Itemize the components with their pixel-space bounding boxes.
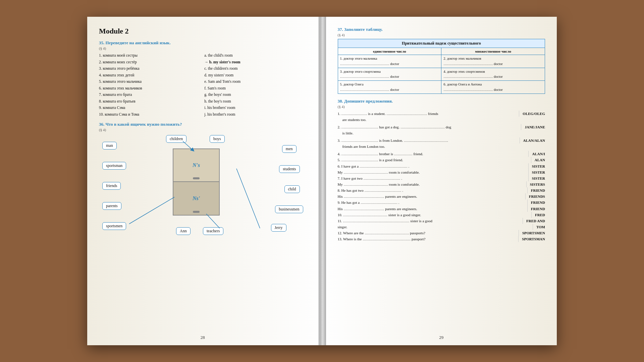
sentence-row-5: 5. ………………………… is a good friend. ALAN <box>338 157 545 163</box>
sentence-2-text: 2. ………………………… has got a dog. ……………………………… <box>338 124 451 130</box>
ex35-item-6: 6. комната этих мальчиков <box>99 85 201 92</box>
ex38-sentences: 1. ………………… is a student. …………………………… fri… <box>338 111 545 242</box>
ex35-content: 1. комната моей сестры 2. комната моих с… <box>99 52 307 118</box>
ex38-subheader: (§ 4) <box>338 105 545 109</box>
sentence-8a-text: 8. He has got two ………………………… . <box>338 187 404 193</box>
ex35-answer-b: → b. my sister's room <box>204 59 306 66</box>
ex36-header: 36. Что в какой ящичек нужно положить? <box>99 122 307 127</box>
sentence-row-4: 4. ………………………… brother is …………… friend. A… <box>338 151 545 157</box>
sentence-7b-hint: SISTERS <box>526 181 545 187</box>
sentence-6a-text: 6. I have got a ………………………………… . <box>338 163 410 169</box>
drawer-label-ns: N's <box>193 162 200 168</box>
ex35-item-8: 8. комната его братьев <box>99 98 201 105</box>
word-men: men <box>282 145 297 153</box>
word-jerry: Jerry <box>271 224 286 232</box>
col1-header: единственное число <box>338 48 442 55</box>
ex35-answer-c: c. the children's room <box>204 65 306 72</box>
ex35-col-left: 1. комната моей сестры 2. комната моих с… <box>99 52 201 118</box>
cell-2-left: 3. доктор этого спортсмена …………………………………… <box>338 68 442 81</box>
ex37-header: 37. Заполните таблицу. <box>338 27 545 32</box>
word-sportsman: sportsman <box>102 162 126 170</box>
sentence-8a-hint: FRIEND <box>527 187 545 193</box>
cell-2-right: 4. доктор этих спортсменов …………………………………… <box>441 68 545 81</box>
sentence-13-text: 13. Where is the ………………………………… passport? <box>338 236 426 242</box>
right-page-number: 29 <box>439 335 443 340</box>
sentence-row-8a: 8. He has got two ………………………… . FRIEND <box>338 187 545 193</box>
ex37-table: Притяжательный падеж существительного ед… <box>338 39 545 94</box>
sentence-row-7a: 7. I have got two ………………………… . SISTER <box>338 175 545 181</box>
sentence-9a-text: 9. He has got a ………………………… . <box>338 199 399 205</box>
ex35-answer-a: a. the child's room <box>204 52 306 59</box>
sentence-11-text: 11. ……………………………………………… sister is a good <box>338 218 433 224</box>
sentence-9b-text: His …………………………… parents are engineers. <box>338 206 417 212</box>
ex35-item-4: 4. комната этих детей <box>99 72 201 79</box>
ex35-answer-e: e. Sam and Tom's room <box>204 78 306 85</box>
table-title: Притяжательный падеж существительного <box>338 39 545 48</box>
sentence-row-9b: His …………………………… parents are engineers. F… <box>338 206 545 212</box>
ex35-header: 35. Переведите на английский язык. <box>99 40 307 46</box>
drawer-handle-top <box>193 177 200 179</box>
ex35-answer-d: d. my sisters' room <box>204 72 306 79</box>
sentence-11b-text: singer. <box>338 224 347 230</box>
sentence-6b-hint: SISTER <box>528 169 545 175</box>
col2-header: множественное число <box>441 48 545 55</box>
ex35-answer-j: j. his brother's room <box>204 111 306 118</box>
sentence-1-text: 1. ………………… is a student. …………………………… fri… <box>338 111 438 117</box>
table-row-1: 1. доктор этого мальчика …………………………………… … <box>338 55 545 68</box>
sentence-row-6a: 6. I have got a ………………………………… . SISTER <box>338 163 545 169</box>
word-teachers: teachers <box>203 227 223 235</box>
sentence-9b-hint: FRIEND <box>527 206 545 212</box>
sentence-6b-text: My ……………………………… room is comfortable. <box>338 169 420 175</box>
sentence-row-6b: My ……………………………… room is comfortable. SIS… <box>338 169 545 175</box>
ex35-item-3: 3. комната этого ребёнка <box>99 65 201 72</box>
ex35-item-9: 9. комната Сэма <box>99 105 201 111</box>
sentence-8b-hint: FRIENDS <box>525 193 545 199</box>
cell-3-right: 6. доктор Олега и Антона …………………………………… … <box>441 81 545 94</box>
sentence-row-7b: My ……………………………… room is comfortable. SIS… <box>338 181 545 187</box>
sentence-12-text: 12. Where are the ……………………………… passports… <box>338 230 425 236</box>
ex35-answer-i: i. his brothers' room <box>204 105 306 111</box>
exercise-37: 37. Заполните таблицу. (§ 4) Притяжатель… <box>338 27 545 94</box>
ex36-subheader: (§ 4) <box>99 128 307 132</box>
word-ann: Ann <box>176 227 191 235</box>
cell-1-right: 2. доктор этих мальчиков …………………………………… … <box>441 55 545 68</box>
word-sportsmen: sportsmen <box>102 222 126 230</box>
word-boys: boys <box>210 135 225 143</box>
drawer-container: N's Ns' <box>173 148 220 222</box>
sentence-row-11b: singer. TOM <box>338 224 545 230</box>
sentence-row-3: 3. ………………………… is from London. …………………………… <box>338 137 545 143</box>
exercise-35: 35. Переведите на английский язык. (§ 4)… <box>99 40 307 118</box>
sentence-1-hint: OLEG/OLEG <box>519 111 545 117</box>
right-page: 37. Заполните таблицу. (§ 4) Притяжатель… <box>326 17 557 345</box>
sentence-3-text: 3. ………………………… is from London. …………………………… <box>338 137 448 143</box>
book-spine <box>319 17 326 345</box>
svg-line-1 <box>129 197 174 224</box>
word-students: students <box>279 165 300 173</box>
sentence-1-cont: are students too. <box>342 117 545 123</box>
sentence-row-9a: 9. He has got a ………………………… . FRIEND <box>338 199 545 205</box>
ex35-item-7: 7. комната его брата <box>99 92 201 98</box>
sentence-7b-text: My ……………………………… room is comfortable. <box>338 181 420 187</box>
sentence-row-2: 2. ………………………… has got a dog. ……………………………… <box>338 124 545 130</box>
left-page: Module 2 35. Переведите на английский яз… <box>87 17 319 345</box>
sentence-11b-hint: TOM <box>533 224 545 230</box>
book: Module 2 35. Переведите на английский яз… <box>87 17 557 345</box>
sentence-row-12: 12. Where are the ……………………………… passports… <box>338 230 545 236</box>
sentence-13-hint: SPORTSMAN <box>518 236 545 242</box>
word-child: child <box>284 185 300 193</box>
sentence-9a-hint: FRIEND <box>527 199 545 205</box>
sentence-row-8b: His …………………………… parents are engineers. F… <box>338 193 545 199</box>
cell-1-left: 1. доктор этого мальчика …………………………………… … <box>338 55 442 68</box>
ex38-header: 38. Допишите предложения. <box>338 99 545 104</box>
ex35-item-2: 2. комната моих сестёр <box>99 59 201 66</box>
ex35-answer-g: g. the boys' room <box>204 92 306 98</box>
table-row-3: 5. доктор Олега …………………………………… doctor 6.… <box>338 81 545 94</box>
cell-3-left: 5. доктор Олега …………………………………… doctor <box>338 81 442 94</box>
sentence-10-hint: FRED <box>531 212 545 218</box>
drawer-top: N's <box>173 148 220 182</box>
sentence-10-text: 10. ……………………………… sister is a good singer… <box>338 212 421 218</box>
module-title: Module 2 <box>99 27 307 36</box>
left-page-number: 28 <box>201 335 205 340</box>
sentence-row-11: 11. ……………………………………………… sister is a good … <box>338 218 545 224</box>
drawer-label-ns-apos: Ns' <box>193 195 200 201</box>
